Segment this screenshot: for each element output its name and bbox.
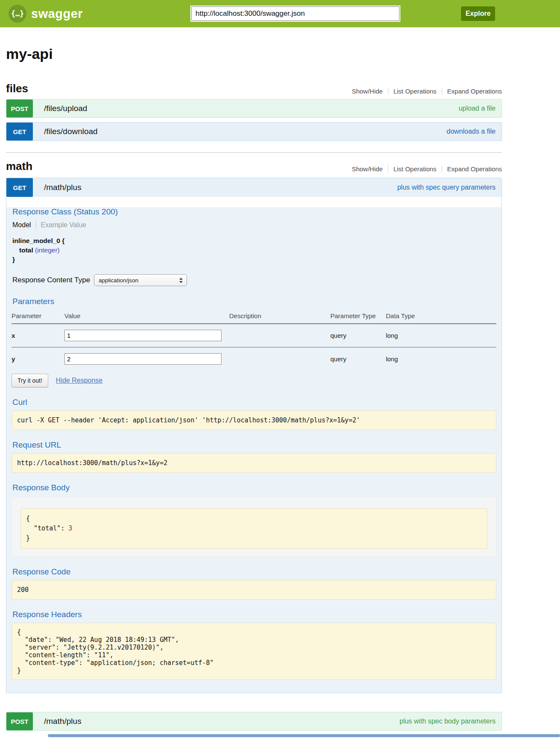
request-url-box: http://localhost:3000/math/plus?x=1&y=2 [12,453,496,473]
post-method-badge: POST [6,712,33,730]
divider [36,221,36,229]
tab-example-value[interactable]: Example Value [41,221,86,229]
response-content-type-select[interactable]: application/json [94,274,187,286]
response-headers-box: { "date": "Wed, 22 Aug 2018 18:49:13 GMT… [12,623,496,680]
model-close: } [12,255,496,264]
parameter-x-input[interactable] [64,330,222,341]
property-type: (integer) [35,246,60,254]
col-data-type: Data Type [386,309,496,324]
hide-response-link[interactable]: Hide Response [56,377,102,384]
parameter-description [229,324,330,347]
response-body-heading: Response Body [12,483,496,492]
curl-heading: Curl [12,398,496,407]
response-body-container: { "total": 3 } [12,497,496,557]
expand-operations-link[interactable]: Expand Operations [442,165,502,173]
request-url-heading: Request URL [12,440,496,450]
show-hide-link[interactable]: Show/Hide [347,88,388,95]
response-body-box: { "total": 3 } [20,508,487,549]
parameter-name: x [12,324,64,347]
operation-block-get-math-plus: GET /math/plus plus with spec query para… [6,178,502,693]
parameters-table: Parameter Value Description Parameter Ty… [12,309,496,370]
col-parameter-type: Parameter Type [330,309,386,324]
try-it-out-button[interactable]: Try it out! [12,374,48,387]
math-section-title[interactable]: math [6,160,32,173]
post-method-badge: POST [6,100,33,117]
operation-summary[interactable]: plus with spec body parameters [400,718,496,725]
header-bar: {…} swagger Explore [0,0,560,27]
parameters-header-row: Parameter Value Description Parameter Ty… [12,309,496,324]
brand-name: swagger [31,7,83,21]
model-signature: inline_model_0 { total (integer) } [12,236,496,264]
parameter-type: query [330,347,386,370]
model-open: inline_model_0 { [12,236,496,246]
get-method-badge: GET [6,123,33,141]
list-operations-link[interactable]: List Operations [388,88,442,95]
swagger-ui-page: {…} swagger Explore my-api files Show/Hi… [0,0,560,738]
page-title: my-api [6,45,502,62]
section-divider [6,152,502,153]
response-code-heading: Response Code [12,567,496,577]
operation-row-get-math-plus[interactable]: GET /math/plus plus with spec query para… [6,178,502,197]
parameter-y-input[interactable] [64,353,222,365]
horizontal-scrollbar[interactable] [48,734,560,737]
math-section-header: math Show/Hide List Operations Expand Op… [6,159,502,173]
tab-model[interactable]: Model [12,221,31,229]
updown-arrows-icon [179,278,183,283]
try-it-out-row: Try it out! Hide Response [12,374,496,387]
col-description: Description [229,309,330,324]
model-tabs: Model Example Value [12,220,496,230]
operation-path[interactable]: /math/plus [44,183,82,192]
operation-path[interactable]: /files/download [44,127,98,136]
swagger-logo[interactable]: {…} swagger [9,5,83,23]
swagger-logo-icon: {…} [9,5,26,23]
operation-path[interactable]: /math/plus [44,717,82,726]
property-name: total [19,246,33,254]
operation-path[interactable]: /files/upload [44,104,87,113]
spec-url-input[interactable] [191,6,400,21]
parameter-row-y: y query long [12,347,496,370]
response-content-type-label: Response Content Type [12,276,90,284]
parameter-data-type: long [386,347,496,370]
selected-content-type: application/json [94,277,138,284]
col-parameter: Parameter [12,309,64,324]
operation-expanded-content: Response Class (Status 200) Model Exampl… [6,207,502,693]
math-section-controls: Show/Hide List Operations Expand Operati… [347,165,502,173]
show-hide-link[interactable]: Show/Hide [347,165,388,173]
parameter-description [229,347,330,370]
model-property: total (integer) [12,246,496,255]
response-headers-heading: Response Headers [12,610,496,619]
parameter-row-x: x query long [12,324,496,347]
col-value: Value [64,309,229,324]
parameter-name: y [12,347,64,370]
explore-button[interactable]: Explore [461,6,495,21]
get-method-badge: GET [6,178,33,197]
json-key: "total" [34,524,61,532]
operation-summary[interactable]: downloads a file [446,128,496,135]
operation-row-post-math-plus[interactable]: POST /math/plus plus with spec body para… [6,712,502,731]
json-number-value: 3 [68,524,72,532]
files-section-controls: Show/Hide List Operations Expand Operati… [347,87,502,95]
files-section-title[interactable]: files [6,82,28,95]
files-section-header: files Show/Hide List Operations Expand O… [6,81,502,95]
expand-operations-link[interactable]: Expand Operations [442,88,502,95]
operation-row-get-files-download[interactable]: GET /files/download downloads a file [6,122,502,141]
curl-command-box: curl -X GET --header 'Accept: applicatio… [12,410,496,430]
operation-summary[interactable]: upload a file [459,105,496,112]
spec-url-frame [190,6,400,22]
list-operations-link[interactable]: List Operations [388,165,442,173]
response-code-box: 200 [12,580,496,600]
operation-row-post-files-upload[interactable]: POST /files/upload upload a file [6,99,502,118]
parameters-heading: Parameters [12,297,496,306]
operation-summary[interactable]: plus with spec query parameters [397,184,496,191]
response-content-type-row: Response Content Type application/json [12,274,496,287]
parameter-type: query [330,324,386,347]
response-class-heading: Response Class (Status 200) [12,207,496,217]
parameter-data-type: long [386,324,496,347]
